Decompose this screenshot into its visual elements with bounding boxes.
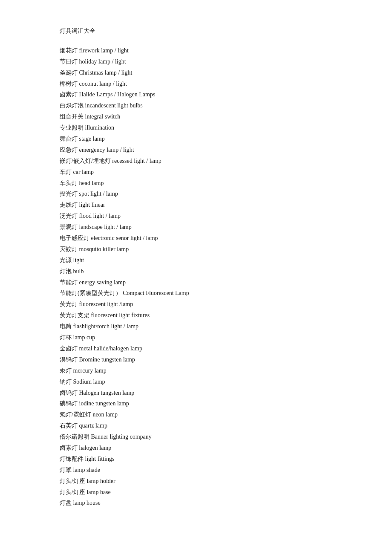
list-item: 节能灯 energy saving lamp bbox=[60, 277, 366, 288]
list-item: 碘钨灯 iodine tungsten lamp bbox=[60, 398, 366, 409]
list-item: 舞台灯 stage lamp bbox=[60, 133, 366, 145]
list-item: 泛光灯 flood light / lamp bbox=[60, 211, 366, 222]
list-item: 钠灯 Sodium lamp bbox=[60, 376, 366, 387]
list-item: 倍尔诺照明 Banner lighting company bbox=[60, 431, 366, 442]
list-item: 组合开关 integral switch bbox=[60, 111, 366, 122]
list-item: 光源 light bbox=[60, 255, 366, 266]
list-item: 荧光灯 fluorescent light /lamp bbox=[60, 299, 366, 310]
list-item: 节日灯 holiday lamp / light bbox=[60, 56, 366, 67]
list-item: 白炽灯泡 incandescent light bulbs bbox=[60, 100, 366, 111]
list-item: 电筒 flashlight/torch light / lamp bbox=[60, 321, 366, 332]
list-item: 金卤灯 metal halide/halogen lamp bbox=[60, 343, 366, 354]
list-item: 投光灯 spot light / lamp bbox=[60, 188, 366, 199]
list-item: 车头灯 head lamp bbox=[60, 178, 366, 189]
list-item: 灯泡 bulb bbox=[60, 266, 366, 277]
list-item: 应急灯 emergency lamp / light bbox=[60, 145, 366, 156]
list-item: 卤素灯 Halide Lamps / Halogen Lamps bbox=[60, 89, 366, 100]
list-item: 节能灯(紧凑型荧光灯） Compact Fluorescent Lamp bbox=[60, 288, 366, 299]
list-item: 景观灯 landscape light / lamp bbox=[60, 222, 366, 233]
list-item: 荧光灯支架 fluorescent light fixtures bbox=[60, 310, 366, 321]
list-item: 灯头/灯座 lamp holder bbox=[60, 476, 366, 487]
page-title: 灯具词汇大全 bbox=[60, 26, 366, 37]
list-item: 灭蚊灯 mosquito killer lamp bbox=[60, 244, 366, 255]
list-item: 石英灯 quartz lamp bbox=[60, 420, 366, 431]
list-item: 车灯 car lamp bbox=[60, 167, 366, 178]
list-item: 嵌灯/嵌入灯/埋地灯 recessed light / lamp bbox=[60, 156, 366, 167]
list-item: 溴钨灯 Bromine tungsten lamp bbox=[60, 354, 366, 365]
list-item: 氖灯/霓虹灯 neon lamp bbox=[60, 409, 366, 420]
list-item: 卤钨灯 Halogen tungsten lamp bbox=[60, 387, 366, 399]
list-item: 灯盘 lamp house bbox=[60, 497, 366, 509]
list-item: 电子感应灯 electronic senor light / lamp bbox=[60, 233, 366, 244]
list-item: 专业照明 illumination bbox=[60, 122, 366, 133]
list-item: 走线灯 light linear bbox=[60, 199, 366, 211]
list-item: 卤素灯 halogen lamp bbox=[60, 442, 366, 454]
list-item: 烟花灯 firework lamp / light bbox=[60, 45, 366, 56]
list-item: 灯头/灯座 lamp base bbox=[60, 487, 366, 498]
list-item: 椰树灯 coconut lamp / light bbox=[60, 78, 366, 90]
list-item: 灯罩 lamp shade bbox=[60, 465, 366, 476]
list-item: 灯杯 lamp cup bbox=[60, 332, 366, 343]
list-item: 圣诞灯 Christmas lamp / light bbox=[60, 67, 366, 78]
list-item: 汞灯 mercury lamp bbox=[60, 365, 366, 376]
vocab-list: 烟花灯 firework lamp / light节日灯 holiday lam… bbox=[60, 45, 366, 509]
list-item: 灯饰配件 light fittings bbox=[60, 454, 366, 465]
